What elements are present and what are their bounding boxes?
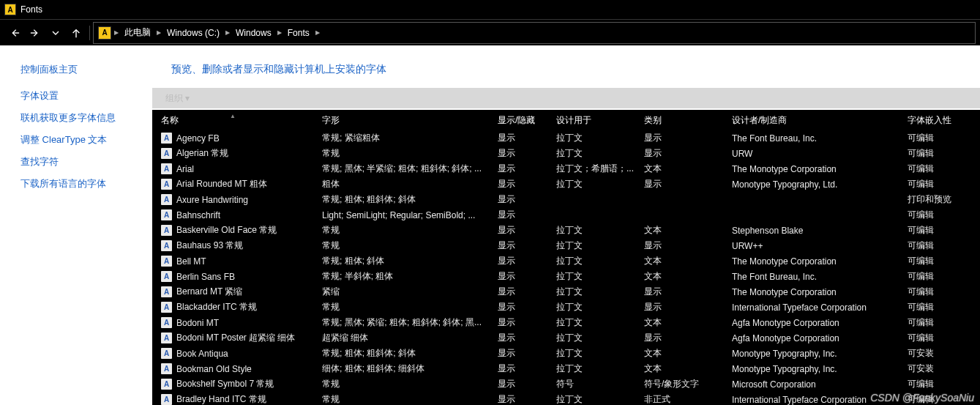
table-row[interactable]: ABell MT常规; 粗体; 斜体显示拉丁文文本The Monotype Co… <box>152 253 980 269</box>
toolbar[interactable]: 组织 ▾ <box>152 88 980 108</box>
arrow-right-icon <box>30 28 40 38</box>
table-row[interactable]: AArial常规; 黑体; 半紧缩; 粗体; 粗斜体; 斜体; ...显示拉丁文… <box>152 161 980 177</box>
arrow-left-icon <box>10 28 20 38</box>
font-hide: 显示 <box>489 393 547 405</box>
font-file-icon: A <box>161 271 172 282</box>
nav-divider <box>89 26 90 40</box>
font-design: 拉丁文 <box>547 270 635 283</box>
table-body: AAgency FB常规; 紧缩粗体显示拉丁文显示The Font Bureau… <box>152 130 980 405</box>
table-row[interactable]: ABerlin Sans FB常规; 半斜体; 粗体显示拉丁文文本The Fon… <box>152 269 980 284</box>
nav-bar: A ▶ 此电脑 ▶ Windows (C:) ▶ Windows ▶ Fonts… <box>0 19 980 45</box>
font-style: 细体; 粗体; 粗斜体; 细斜体 <box>313 363 489 375</box>
font-hide: 显示 <box>489 255 547 267</box>
table-row[interactable]: AArial Rounded MT 粗体粗体显示拉丁文显示Monotype Ty… <box>152 177 980 192</box>
breadcrumb[interactable]: 此电脑 <box>121 26 154 39</box>
font-file-icon: A <box>161 148 172 159</box>
back-button[interactable] <box>4 23 25 43</box>
font-hide: 显示 <box>489 193 547 206</box>
font-style: 常规; 紧缩粗体 <box>313 132 489 144</box>
sidebar-link-cleartype[interactable]: 调整 ClearType 文本 <box>20 133 152 146</box>
font-hide: 显示 <box>489 178 547 190</box>
sidebar: 控制面板主页 字体设置 联机获取更多字体信息 调整 ClearType 文本 查… <box>0 45 152 405</box>
font-embed: 可编辑 <box>899 316 965 329</box>
font-file-icon: A <box>161 256 172 267</box>
up-button[interactable] <box>66 23 86 43</box>
font-design: 拉丁文 <box>547 393 635 405</box>
breadcrumb[interactable]: Windows (C:) <box>164 28 222 38</box>
font-file-icon: A <box>161 194 172 205</box>
sidebar-link-online-fonts[interactable]: 联机获取更多字体信息 <box>20 111 152 125</box>
col-design[interactable]: 设计用于 <box>547 114 635 127</box>
font-file-icon: A <box>161 317 172 328</box>
organize-button[interactable]: 组织 ▾ <box>165 92 190 105</box>
sidebar-link-find-char[interactable]: 查找字符 <box>20 155 152 168</box>
watermark: CSDN @FunkySoaNiu <box>870 392 974 404</box>
recent-dropdown[interactable] <box>45 23 66 43</box>
sidebar-title[interactable]: 控制面板主页 <box>20 63 152 76</box>
table-row[interactable]: AAgency FB常规; 紧缩粗体显示拉丁文显示The Font Bureau… <box>152 130 980 146</box>
font-style: Light; SemiLight; Regular; SemiBold; ... <box>313 210 489 220</box>
address-bar[interactable]: A ▶ 此电脑 ▶ Windows (C:) ▶ Windows ▶ Fonts… <box>93 22 976 44</box>
table-row[interactable]: ABaskerville Old Face 常规常规显示拉丁文文本Stephen… <box>152 223 980 238</box>
font-category: 显示 <box>635 332 723 344</box>
font-name: Baskerville Old Face 常规 <box>176 224 277 237</box>
table-row[interactable]: ABradley Hand ITC 常规常规显示拉丁文非正式Internatio… <box>152 392 980 405</box>
font-category: 显示 <box>635 286 723 298</box>
font-maker: International Typeface Corporation <box>723 302 899 313</box>
breadcrumb[interactable]: Fonts <box>285 28 313 38</box>
font-hide: 显示 <box>489 301 547 313</box>
font-style: 紧缩 <box>313 286 489 298</box>
col-hide[interactable]: 显示/隐藏 <box>489 114 547 127</box>
font-hide: 显示 <box>489 363 547 375</box>
font-maker: Microsoft Corporation <box>723 379 899 390</box>
font-hide: 显示 <box>489 270 547 283</box>
table-row[interactable]: ABauhaus 93 常规常规显示拉丁文显示URW++可编辑 <box>152 238 980 253</box>
sort-asc-icon: ▲ <box>230 114 236 119</box>
font-hide: 显示 <box>489 224 547 237</box>
title-bar: A Fonts <box>0 0 980 19</box>
font-style: 常规 <box>313 224 489 237</box>
font-name: Book Antiqua <box>176 349 228 359</box>
font-category: 文本 <box>635 224 723 237</box>
chevron-right-icon: ▶ <box>225 29 230 36</box>
sidebar-link-download-all[interactable]: 下载所有语言的字体 <box>20 177 152 190</box>
font-embed: 可编辑 <box>899 239 965 252</box>
table-row[interactable]: ABookman Old Style细体; 粗体; 粗斜体; 细斜体显示拉丁文文… <box>152 361 980 376</box>
font-maker: Monotype Typography, Inc. <box>723 364 899 374</box>
table-row[interactable]: ABookshelf Symbol 7 常规常规显示符号符号/象形文字Micro… <box>152 376 980 392</box>
table-header: 名称 ▲ 字形 显示/隐藏 设计用于 类别 设计者/制造商 字体嵌入性 <box>152 110 980 130</box>
font-file-icon: A <box>161 332 172 343</box>
table-row[interactable]: ABodoni MT Poster 超紧缩 细体超紧缩 细体显示拉丁文显示Agf… <box>152 330 980 346</box>
table-row[interactable]: ABlackadder ITC 常规常规显示拉丁文显示International… <box>152 300 980 315</box>
col-maker[interactable]: 设计者/制造商 <box>723 114 899 127</box>
font-category: 非正式 <box>635 393 723 405</box>
col-style[interactable]: 字形 <box>313 114 489 127</box>
font-style: 常规; 粗体; 粗斜体; 斜体 <box>313 193 489 206</box>
font-name: Bodoni MT <box>176 318 219 328</box>
table-row[interactable]: AAxure Handwriting常规; 粗体; 粗斜体; 斜体显示打印和预览 <box>152 192 980 207</box>
font-embed: 打印和预览 <box>899 193 965 206</box>
font-design: 拉丁文 <box>547 286 635 298</box>
font-file-icon: A <box>161 302 172 313</box>
font-name: Bahnschrift <box>176 210 220 220</box>
font-design: 拉丁文 <box>547 363 635 375</box>
font-name: Arial <box>176 164 194 174</box>
window-title: Fonts <box>20 4 42 15</box>
table-row[interactable]: AAlgerian 常规常规显示拉丁文显示URW可编辑 <box>152 146 980 161</box>
col-embed[interactable]: 字体嵌入性 <box>899 114 965 127</box>
font-category: 文本 <box>635 270 723 283</box>
sidebar-link-font-settings[interactable]: 字体设置 <box>20 89 152 103</box>
col-category[interactable]: 类别 <box>635 114 723 127</box>
table-row[interactable]: ABahnschriftLight; SemiLight; Regular; S… <box>152 207 980 223</box>
forward-button[interactable] <box>25 23 45 43</box>
font-embed: 可编辑 <box>899 163 965 175</box>
table-row[interactable]: ABernard MT 紧缩紧缩显示拉丁文显示The Monotype Corp… <box>152 284 980 300</box>
table-row[interactable]: ABook Antiqua常规; 粗体; 粗斜体; 斜体显示拉丁文文本Monot… <box>152 346 980 361</box>
font-style: 常规; 黑体; 半紧缩; 粗体; 粗斜体; 斜体; ... <box>313 163 489 175</box>
font-category: 文本 <box>635 255 723 267</box>
font-maker: The Font Bureau, Inc. <box>723 272 899 282</box>
breadcrumb[interactable]: Windows <box>233 28 274 38</box>
table-row[interactable]: ABodoni MT常规; 黑体; 紧缩; 粗体; 粗斜体; 斜体; 黑...显… <box>152 315 980 330</box>
font-design: 符号 <box>547 378 635 390</box>
col-name[interactable]: 名称 ▲ <box>152 114 313 127</box>
